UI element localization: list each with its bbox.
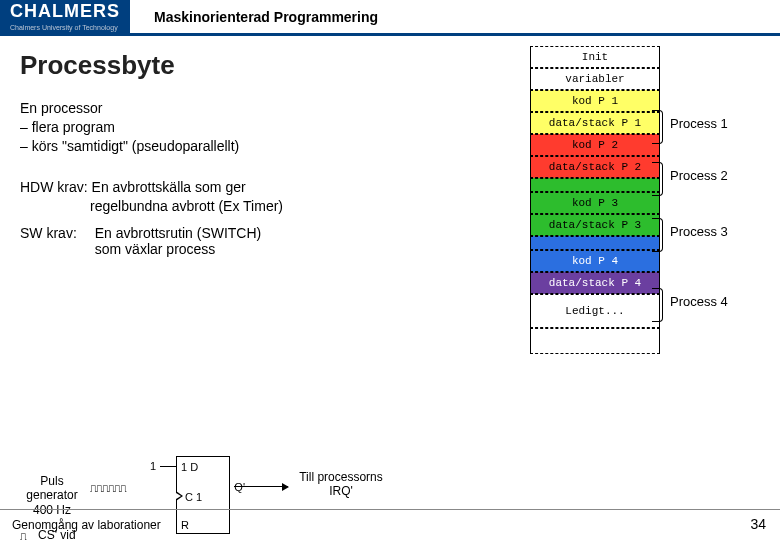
irq-label: Till processorns IRQ' bbox=[296, 470, 386, 499]
ff-q-label: Q' bbox=[234, 481, 245, 493]
seg-p1-code: kod P 1 bbox=[530, 90, 660, 112]
seg-gap-2 bbox=[530, 236, 660, 250]
memory-map: Init variabler kod P 1 data/stack P 1 ko… bbox=[530, 46, 660, 354]
arrow-icon bbox=[234, 486, 288, 487]
brace-p1: Process 1 bbox=[670, 116, 760, 131]
footer-text: Genomgång av laborationer bbox=[12, 518, 161, 532]
square-wave-icon: ⎍⎍⎍⎍⎍⎍ bbox=[90, 482, 126, 495]
seg-p3-data: data/stack P 3 bbox=[530, 214, 660, 236]
seg-p1-data: data/stack P 1 bbox=[530, 112, 660, 134]
logo: CHALMERS Chalmers University of Technolo… bbox=[0, 0, 130, 34]
logo-subtitle: Chalmers University of Technology bbox=[0, 24, 130, 34]
slide-content: Processbyte En processor – flera program… bbox=[0, 36, 780, 496]
seg-p2-code: kod P 2 bbox=[530, 134, 660, 156]
sw-line-1: En avbrottsrutin (SWITCH) bbox=[95, 225, 261, 241]
seg-p3-code: kod P 3 bbox=[530, 192, 660, 214]
seg-p2-data: data/stack P 2 bbox=[530, 156, 660, 178]
course-title: Maskinorienterad Programmering bbox=[154, 9, 378, 25]
seg-gap-1 bbox=[530, 178, 660, 192]
ff-c1-label: C 1 bbox=[185, 491, 202, 503]
brace-p4: Process 4 bbox=[670, 294, 760, 309]
footer-divider bbox=[0, 509, 780, 510]
seg-vars: variabler bbox=[530, 68, 660, 90]
seg-end bbox=[530, 328, 660, 354]
flip-flop-box: 1 D C 1 R Q' bbox=[176, 456, 230, 534]
brace-p3: Process 3 bbox=[670, 224, 760, 239]
logo-text: CHALMERS bbox=[0, 0, 130, 24]
ff-r-label: R bbox=[181, 519, 189, 531]
page-number: 34 bbox=[750, 516, 766, 532]
seg-free: Ledigt... bbox=[530, 294, 660, 328]
seg-p4-data: data/stack P 4 bbox=[530, 272, 660, 294]
pulse-generator-label: Puls generator 400 Hz bbox=[20, 474, 84, 517]
sw-label: SW krav: bbox=[20, 225, 77, 257]
sw-text: En avbrottsrutin (SWITCH) som växlar pro… bbox=[95, 225, 261, 257]
brace-p2: Process 2 bbox=[670, 168, 760, 183]
ff-1d-label: 1 D bbox=[181, 461, 198, 473]
wire-icon bbox=[160, 466, 176, 467]
sw-line-2: som växlar process bbox=[95, 241, 261, 257]
seg-p4-code: kod P 4 bbox=[530, 250, 660, 272]
clock-edge-icon bbox=[176, 491, 183, 501]
logic-one-label: 1 bbox=[150, 460, 156, 472]
seg-init: Init bbox=[530, 46, 660, 68]
header: CHALMERS Chalmers University of Technolo… bbox=[0, 0, 780, 36]
